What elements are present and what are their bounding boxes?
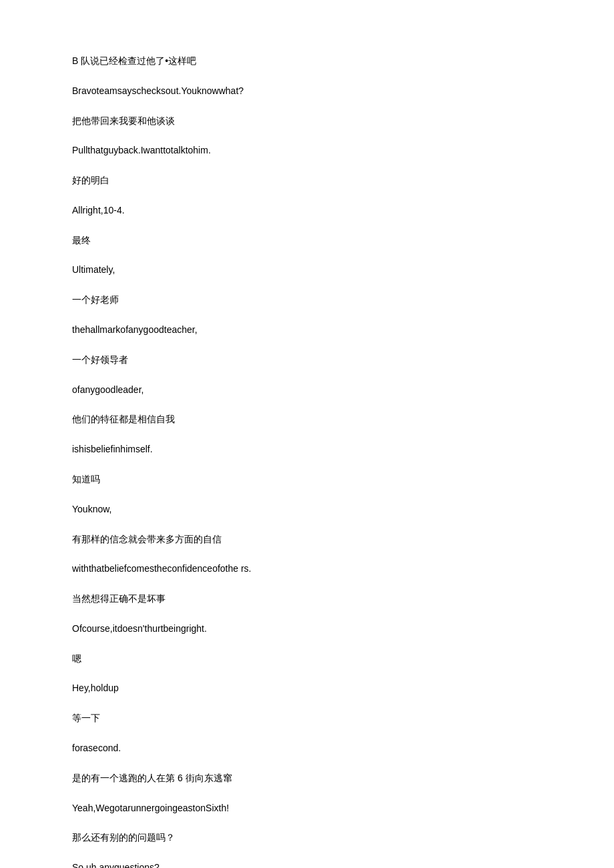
line-english: So,uh,anyquestions? — [72, 860, 542, 868]
line-chinese: 是的有一个逃跑的人在第 6 街向东逃窜 — [72, 771, 542, 785]
line-english: thehallmarkofanygoodteacher, — [72, 322, 542, 337]
line-chinese: 那么还有别的的问题吗？ — [72, 830, 542, 845]
line-english: Hey,holdup — [72, 681, 542, 695]
line-english: Pullthatguyback.Iwanttotalktohim. — [72, 143, 542, 157]
line-chinese: 一个好领导者 — [72, 352, 542, 367]
line-english: withthatbeliefcomestheconfidenceofothe r… — [72, 561, 542, 576]
line-chinese: 知道吗 — [72, 472, 542, 486]
line-chinese: 一个好老师 — [72, 292, 542, 307]
line-english: Allright,10-4. — [72, 203, 542, 218]
line-chinese: B 队说已经检查过他了•这样吧 — [72, 53, 542, 68]
line-chinese: 等一下 — [72, 711, 542, 725]
transcript-content: B 队说已经检查过他了•这样吧Bravoteamsayschecksout.Yo… — [72, 53, 542, 868]
line-chinese: 有那样的信念就会带来多方面的自信 — [72, 532, 542, 546]
line-chinese: 最终 — [72, 233, 542, 248]
line-chinese: 好的明白 — [72, 173, 542, 187]
line-chinese: 嗯 — [72, 651, 542, 666]
line-chinese: 当然想得正确不是坏事 — [72, 591, 542, 606]
line-english: ofanygoodleader, — [72, 382, 542, 397]
line-chinese: 把他带回来我要和他谈谈 — [72, 113, 542, 128]
line-english: forasecond. — [72, 741, 542, 755]
line-english: Ultimately, — [72, 262, 542, 277]
line-chinese: 他们的特征都是相信自我 — [72, 412, 542, 426]
line-english: Ofcourse,itdoesn'thurtbeingright. — [72, 621, 542, 636]
line-english: Yeah,WegotarunnergoingeastonSixth! — [72, 801, 542, 815]
line-english: ishisbeliefinhimself. — [72, 442, 542, 456]
line-english: Bravoteamsayschecksout.Youknowwhat? — [72, 83, 542, 98]
line-english: Youknow, — [72, 502, 542, 516]
